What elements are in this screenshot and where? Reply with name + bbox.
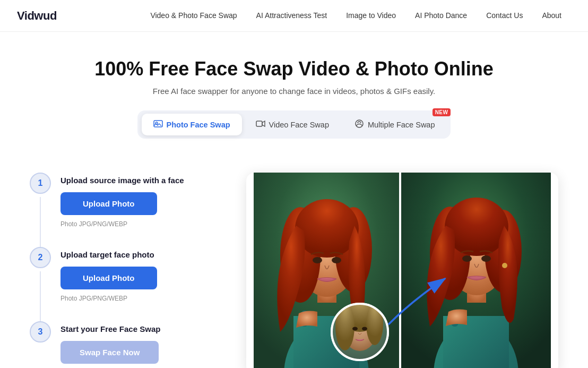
- step-2-file-types: Photo JPG/PNG/WEBP: [60, 295, 221, 302]
- nav-item-about[interactable]: About: [532, 6, 571, 24]
- hero-section: 100% Free Face Swap Video & Photo Online…: [0, 32, 588, 156]
- site-logo[interactable]: Vidwud: [17, 9, 57, 23]
- preview-illustration: [246, 173, 558, 368]
- nav-item-ai-dance[interactable]: AI Photo Dance: [405, 6, 477, 24]
- svg-point-18: [313, 257, 322, 263]
- step-2-body: Upload target face photo Upload Photo Ph…: [60, 247, 221, 302]
- nav-item-face-swap[interactable]: Video & Photo Face Swap: [141, 6, 246, 24]
- svg-point-38: [362, 327, 367, 331]
- tab-multiple-face-swap[interactable]: Multiple Face Swap NEW: [343, 114, 447, 135]
- step-1-file-types: Photo JPG/PNG/WEBP: [60, 220, 221, 228]
- steps-panel: 1 Upload source image with a face Upload…: [30, 173, 221, 368]
- tab-video-face-swap[interactable]: Video Face Swap: [244, 114, 341, 135]
- svg-point-37: [352, 327, 358, 331]
- step-2: 2 Upload target face photo Upload Photo …: [30, 247, 221, 321]
- tab-photo-label: Photo Face Swap: [167, 121, 230, 129]
- step-1-label: Upload source image with a face: [60, 176, 221, 185]
- upload-target-button[interactable]: Upload Photo: [60, 267, 157, 289]
- hero-subtitle: Free AI face swapper for anyone to chang…: [11, 87, 577, 96]
- tab-multiple-label: Multiple Face Swap: [368, 121, 435, 129]
- step-2-number: 2: [30, 247, 51, 268]
- nav-item-contact[interactable]: Contact Us: [477, 6, 532, 24]
- multi-icon: [354, 119, 364, 130]
- step-1-number: 1: [30, 173, 51, 194]
- step-3-label: Start your Free Face Swap: [60, 324, 221, 333]
- navbar: Vidwud Video & Photo Face Swap AI Attrac…: [0, 0, 588, 32]
- svg-point-19: [332, 257, 341, 263]
- step-3-number: 3: [30, 321, 51, 343]
- new-badge: NEW: [433, 108, 451, 116]
- svg-rect-2: [256, 121, 262, 126]
- preview-panel: [246, 173, 558, 368]
- step-1: 1 Upload source image with a face Upload…: [30, 173, 221, 247]
- main-content: 1 Upload source image with a face Upload…: [13, 156, 575, 368]
- svg-point-30: [502, 263, 507, 268]
- step-3: 3 Start your Free Face Swap Swap Face No…: [30, 321, 221, 368]
- swap-face-button[interactable]: Swap Face Now: [60, 341, 159, 364]
- nav-item-attractiveness[interactable]: AI Attractiveness Test: [247, 6, 337, 24]
- face-swap-preview: [246, 173, 558, 368]
- nav-item-image-to-video[interactable]: Image to Video: [336, 6, 405, 24]
- step-2-label: Upload target face photo: [60, 250, 221, 259]
- feature-tabs: Photo Face Swap Video Face Swap Multi: [137, 110, 451, 139]
- svg-point-29: [481, 255, 491, 262]
- upload-source-button[interactable]: Upload Photo: [60, 192, 157, 215]
- step-3-body: Start your Free Face Swap Swap Face Now: [60, 321, 221, 364]
- tab-photo-face-swap[interactable]: Photo Face Swap: [142, 114, 242, 135]
- svg-rect-9: [399, 173, 401, 368]
- step-1-body: Upload source image with a face Upload P…: [60, 173, 221, 228]
- hero-title: 100% Free Face Swap Video & Photo Online: [11, 57, 577, 80]
- tab-video-label: Video Face Swap: [269, 121, 329, 129]
- video-icon: [256, 119, 265, 130]
- svg-point-28: [462, 255, 472, 262]
- nav-links: Video & Photo Face Swap AI Attractivenes…: [141, 6, 571, 24]
- photo-icon: [153, 119, 163, 130]
